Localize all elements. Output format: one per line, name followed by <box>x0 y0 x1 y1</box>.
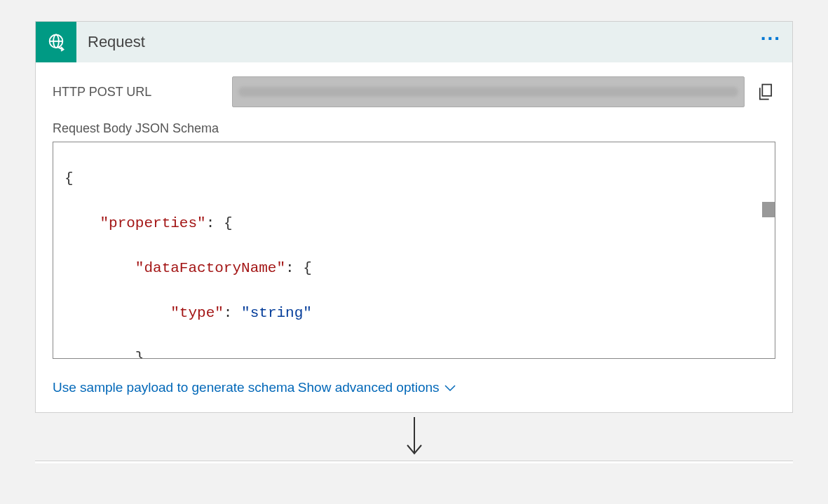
use-sample-payload-link[interactable]: Use sample payload to generate schema <box>53 380 294 395</box>
http-post-url-row: HTTP POST URL <box>53 76 775 107</box>
chevron-down-icon <box>444 380 456 395</box>
code-key: "type" <box>170 305 224 321</box>
card-body: HTTP POST URL Request Body JSON Schema {… <box>36 62 792 412</box>
json-schema-editor[interactable]: { "properties": { "dataFactoryName": { "… <box>53 142 775 359</box>
card-header: Request ··· <box>36 22 792 62</box>
card-title: Request <box>88 33 761 51</box>
link-text: Show advanced options <box>298 380 440 395</box>
request-icon <box>36 22 76 62</box>
schema-label: Request Body JSON Schema <box>53 121 775 136</box>
next-card-top <box>35 461 793 463</box>
svg-rect-3 <box>762 85 771 96</box>
request-card: Request ··· HTTP POST URL Request Body J… <box>35 21 793 413</box>
flow-arrow-icon <box>35 416 793 458</box>
link-text: Use sample payload to generate schema <box>53 380 294 395</box>
http-post-url-label: HTTP POST URL <box>53 85 221 100</box>
copy-icon[interactable] <box>756 82 775 102</box>
show-advanced-options-link[interactable]: Show advanced options <box>298 380 456 395</box>
code-key: "dataFactoryName" <box>135 260 285 276</box>
code-key: "properties" <box>100 215 205 231</box>
http-post-url-field[interactable] <box>232 76 745 107</box>
scrollbar-thumb[interactable] <box>762 202 775 217</box>
more-menu-icon[interactable]: ··· <box>761 35 781 49</box>
code-value: "string" <box>241 305 312 321</box>
